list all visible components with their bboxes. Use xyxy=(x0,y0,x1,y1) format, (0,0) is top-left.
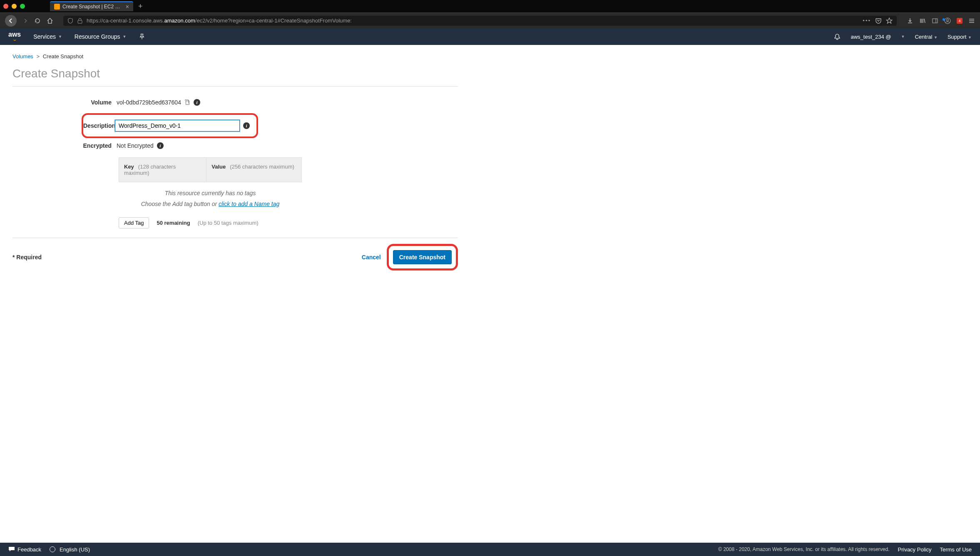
volume-row: Volume vol-0dbd729b5ed637604 i xyxy=(12,99,458,106)
divider xyxy=(12,238,458,238)
divider xyxy=(12,86,458,87)
notifications-icon[interactable] xyxy=(834,33,841,40)
info-icon[interactable]: i xyxy=(157,142,164,149)
toolbar-right: 4 xyxy=(907,17,975,24)
close-window-icon[interactable] xyxy=(3,4,8,9)
tags-choose-message: Choose the Add tag button or click to ad… xyxy=(119,199,302,215)
shield-icon[interactable] xyxy=(67,18,73,24)
info-icon[interactable]: i xyxy=(194,99,200,106)
info-icon[interactable]: i xyxy=(243,122,250,129)
pin-icon[interactable] xyxy=(139,34,145,40)
cancel-button[interactable]: Cancel xyxy=(360,251,383,264)
encrypted-value: Not Encrypted xyxy=(117,142,154,149)
library-icon[interactable] xyxy=(919,17,926,24)
tags-key-header: Key(128 characters maximum) xyxy=(119,158,206,182)
tags-value-header: Value(256 characters maximum) xyxy=(206,158,301,182)
forward-button xyxy=(22,18,28,24)
downloads-icon[interactable] xyxy=(907,17,913,24)
maximize-window-icon[interactable] xyxy=(20,4,25,9)
description-input[interactable] xyxy=(115,120,240,132)
tags-header: Key(128 characters maximum) Value(256 ch… xyxy=(119,157,302,182)
svg-rect-0 xyxy=(78,20,82,23)
required-note: * Required xyxy=(12,254,42,261)
create-snapshot-button[interactable]: Create Snapshot xyxy=(393,250,452,264)
tab-title: Create Snapshot | EC2 Manage xyxy=(62,4,123,10)
back-button[interactable] xyxy=(5,15,17,27)
action-row: * Required Cancel Create Snapshot xyxy=(12,244,458,271)
account-caret-icon[interactable]: ▼ xyxy=(901,35,905,39)
description-label: Description xyxy=(83,122,115,129)
encrypted-label: Encrypted xyxy=(12,142,117,149)
home-button[interactable] xyxy=(47,17,53,24)
encrypted-row: Encrypted Not Encrypted i xyxy=(12,142,458,149)
tags-max-hint: (Up to 50 tags maximum) xyxy=(198,220,259,226)
tags-empty-message: This resource currently has no tags xyxy=(119,182,302,199)
services-menu[interactable]: Services▼ xyxy=(33,33,62,40)
pocket-icon[interactable] xyxy=(875,18,882,24)
add-tag-button[interactable]: Add Tag xyxy=(119,217,149,228)
copy-icon[interactable] xyxy=(184,99,190,105)
page-title: Create Snapshot xyxy=(12,67,458,80)
submit-highlight: Create Snapshot xyxy=(387,244,458,271)
resource-groups-menu[interactable]: Resource Groups▼ xyxy=(75,33,127,40)
support-menu[interactable]: Support ▼ xyxy=(948,34,972,40)
region-menu[interactable]: Central ▼ xyxy=(915,34,937,40)
minimize-window-icon[interactable] xyxy=(12,4,17,9)
volume-label: Volume xyxy=(12,99,117,106)
tags-actions: Add Tag 50 remaining (Up to 50 tags maxi… xyxy=(119,217,302,228)
extension-badge[interactable]: 4 xyxy=(957,18,963,24)
tab-bar: Create Snapshot | EC2 Manage × + xyxy=(0,0,980,12)
window-controls xyxy=(3,4,25,9)
close-tab-icon[interactable]: × xyxy=(126,4,129,10)
new-tab-button[interactable]: + xyxy=(138,2,143,10)
account-icon[interactable] xyxy=(944,17,951,24)
menu-icon[interactable] xyxy=(968,17,975,24)
bookmark-star-icon[interactable] xyxy=(886,17,893,24)
breadcrumb-current: Create Snapshot xyxy=(43,53,84,60)
browser-toolbar: https://ca-central-1.console.aws.amazon.… xyxy=(0,12,980,28)
breadcrumb-separator: > xyxy=(37,53,40,60)
url-text: https://ca-central-1.console.aws.amazon.… xyxy=(87,17,858,24)
svg-point-4 xyxy=(947,19,949,21)
address-bar[interactable]: https://ca-central-1.console.aws.amazon.… xyxy=(63,16,897,26)
more-icon[interactable]: ••• xyxy=(863,17,871,24)
svg-rect-1 xyxy=(933,19,938,23)
add-name-tag-link[interactable]: click to add a Name tag xyxy=(219,201,279,207)
aws-top-nav: aws ⌣ Services▼ Resource Groups▼ aws_tes… xyxy=(0,28,980,45)
description-highlight: Description i xyxy=(82,113,258,138)
svg-rect-5 xyxy=(186,101,189,105)
lock-icon[interactable] xyxy=(77,18,82,24)
browser-chrome: Create Snapshot | EC2 Manage × + https:/… xyxy=(0,0,980,28)
main-content: Volumes > Create Snapshot Create Snapsho… xyxy=(0,45,470,271)
reload-button[interactable] xyxy=(34,17,41,24)
tags-remaining: 50 remaining xyxy=(157,220,190,226)
aws-favicon-icon xyxy=(54,4,60,10)
browser-tab[interactable]: Create Snapshot | EC2 Manage × xyxy=(50,1,133,11)
tags-section: Key(128 characters maximum) Value(256 ch… xyxy=(119,157,302,228)
breadcrumb: Volumes > Create Snapshot xyxy=(12,53,458,60)
breadcrumb-volumes-link[interactable]: Volumes xyxy=(12,53,33,60)
sidebar-icon[interactable] xyxy=(932,17,938,24)
account-menu[interactable]: aws_test_234 @ xyxy=(851,34,891,40)
aws-logo[interactable]: aws ⌣ xyxy=(8,31,21,42)
volume-id: vol-0dbd729b5ed637604 xyxy=(117,99,181,106)
